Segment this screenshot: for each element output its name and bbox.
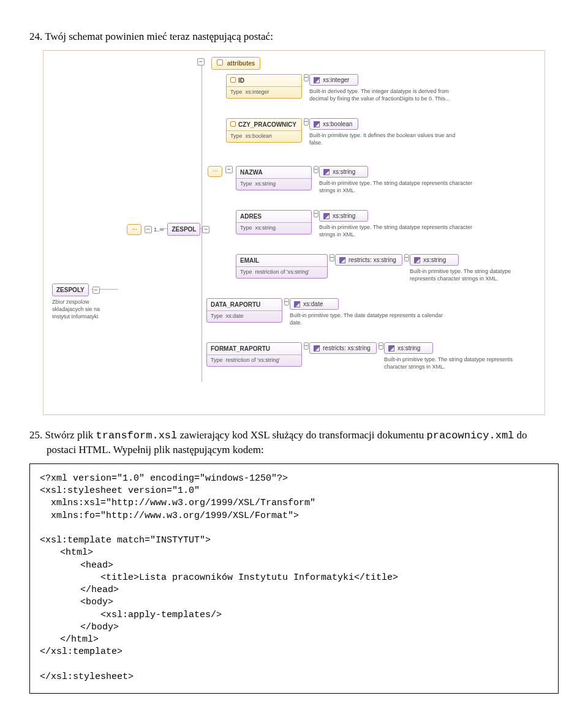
- code-listing: <?xml version="1.0" encoding="windows-12…: [29, 463, 559, 694]
- collapse-icon: −: [284, 298, 289, 306]
- tooltip: Built-in derived type. The integer datat…: [309, 88, 462, 102]
- restricts-xs-string: restricts: xs:string: [335, 254, 402, 266]
- root-zespoly: ZESPOLY: [52, 283, 89, 297]
- type-xs-integer: xs:integer: [309, 74, 358, 86]
- collapse-icon: −: [404, 254, 409, 261]
- filename-pracownicy: pracownicy.xml: [426, 430, 514, 441]
- collapse-icon: −: [225, 166, 233, 173]
- type-icon: [323, 213, 330, 219]
- attributes-label: attributes: [227, 60, 255, 67]
- heading-24: 24. Twój schemat powinien mieć teraz nas…: [29, 30, 559, 44]
- sequence-icon: ⋯: [127, 224, 141, 235]
- type-xs-date: xs:date: [290, 298, 339, 310]
- filename-transform: transform.xsl: [96, 430, 178, 441]
- restricts-xs-string: restricts: xs:string: [309, 342, 377, 354]
- elem-format-raportu: FORMAT_RAPORTU Type restriction of 'xs:s…: [206, 342, 302, 367]
- schema-diagram: ZESPOLY − Zbior zespolow skladajacych si…: [43, 50, 545, 415]
- collapse-icon: −: [304, 342, 309, 350]
- type-icon: [314, 77, 320, 83]
- type-icon: [414, 257, 420, 263]
- collapse-icon: −: [197, 58, 205, 66]
- type-xs-string: xs:string: [319, 166, 368, 178]
- type-xs-string: xs:string: [410, 254, 459, 266]
- attr-id: ID Type xs:integer: [226, 74, 302, 99]
- tooltip: Built-in primitive type. It defines the …: [309, 132, 462, 146]
- collapse-icon: −: [304, 74, 309, 81]
- tooltip: Built-in primitive type. The string data…: [384, 356, 525, 370]
- type-xs-boolean: xs:boolean: [309, 118, 358, 130]
- attr-czy-pracownicy: CZY_PRACOWNICY Type xs:boolean: [226, 118, 302, 143]
- sequence-icon: ⋯: [208, 166, 222, 177]
- tooltip: Built-in primitive type. The string data…: [319, 224, 472, 238]
- tooltip: Built-in primitive type. The string data…: [319, 180, 472, 194]
- type-icon: [294, 301, 300, 307]
- type-icon: [339, 257, 345, 263]
- collapse-icon: −: [330, 254, 334, 261]
- type-icon: [388, 345, 394, 351]
- tooltip: Built-in primitive type. The string data…: [410, 268, 532, 282]
- zespol-node: ZESPOL: [167, 223, 200, 236]
- collapse-icon: −: [379, 342, 383, 350]
- collapse-icon: −: [202, 226, 209, 233]
- tooltip: Built-in primitive type. The date dataty…: [290, 312, 443, 326]
- collapse-icon: −: [314, 166, 318, 173]
- type-icon: [323, 169, 330, 175]
- cardinality: 1..∞: [154, 226, 164, 233]
- type-icon: [314, 345, 320, 351]
- elem-nazwa: NAZWA Type xs:string: [236, 166, 312, 190]
- root-desc: Zbior zespolow skladajacych sie na Insty…: [52, 299, 113, 320]
- type-xs-string: xs:string: [384, 342, 433, 354]
- elem-email: EMAIL Type restriction of 'xs:string': [236, 254, 328, 279]
- elem-adres: ADRES Type xs:string: [236, 210, 312, 234]
- collapse-icon: −: [92, 287, 100, 294]
- type-xs-string: xs:string: [319, 210, 368, 222]
- paragraph-25: 25. Stwórz plik transform.xsl zawierając…: [29, 429, 559, 457]
- elem-data-raportu: DATA_RAPORTU Type xs:date: [206, 298, 282, 323]
- attributes-heading: attributes: [211, 57, 260, 70]
- type-icon: [314, 121, 320, 127]
- collapse-icon: −: [314, 210, 318, 217]
- collapse-icon: −: [145, 226, 152, 233]
- collapse-icon: −: [304, 118, 309, 126]
